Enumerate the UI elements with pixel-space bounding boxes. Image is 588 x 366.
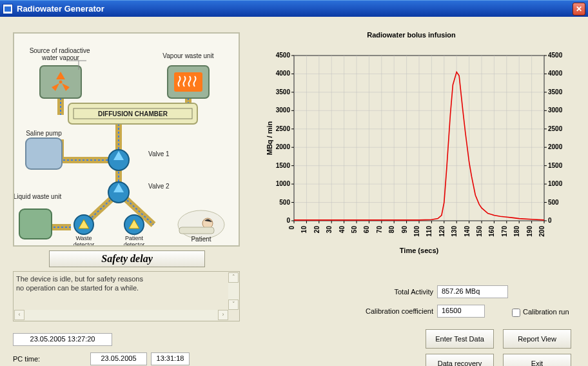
- svg-text:3500: 3500: [548, 88, 563, 96]
- svg-rect-10: [26, 138, 62, 169]
- svg-text:0: 0: [548, 217, 552, 224]
- status-message: The device is idle, but for safety reaso…: [16, 274, 228, 309]
- app-icon: [3, 4, 13, 14]
- calib-coeff-label: Calibration coefficient: [343, 307, 433, 315]
- scroll-left-icon[interactable]: ‹: [14, 310, 24, 320]
- svg-text:40: 40: [338, 226, 346, 234]
- total-activity-label: Total Activity: [356, 288, 433, 296]
- svg-text:90: 90: [401, 226, 408, 234]
- svg-point-1: [59, 81, 63, 84]
- msg-horizontal-scrollbar[interactable]: ‹ ›: [14, 310, 228, 320]
- svg-text:200: 200: [538, 226, 545, 237]
- svg-text:Patientdetector: Patientdetector: [124, 235, 145, 245]
- svg-text:4500: 4500: [276, 52, 291, 59]
- svg-text:Source of radioactive
        : Source of radioactive water vapour: [30, 47, 92, 61]
- svg-text:1000: 1000: [548, 180, 563, 187]
- pc-date-field: 23.05.2005: [90, 352, 147, 365]
- svg-text:Time (secs): Time (secs): [400, 247, 439, 254]
- svg-text:MBq / min: MBq / min: [266, 121, 273, 155]
- calibration-run-checkbox[interactable]: Calibration run: [509, 307, 569, 319]
- enter-test-data-button[interactable]: Enter Test Data: [426, 329, 494, 349]
- report-view-button[interactable]: Report View: [503, 329, 571, 349]
- svg-text:Wastedetector: Wastedetector: [74, 235, 95, 245]
- svg-point-22: [178, 210, 224, 239]
- chart-title: Radiowater bolus infusion: [249, 31, 574, 39]
- svg-text:80: 80: [388, 226, 395, 234]
- svg-text:4000: 4000: [276, 70, 291, 77]
- svg-text:2000: 2000: [548, 143, 563, 150]
- device-time-field: 23.05.2005 13:27:20: [13, 333, 112, 346]
- svg-text:150: 150: [476, 226, 483, 237]
- svg-text:3500: 3500: [276, 88, 291, 96]
- svg-text:3000: 3000: [276, 107, 291, 114]
- svg-text:2500: 2500: [548, 125, 563, 132]
- scroll-up-icon[interactable]: ˄: [228, 272, 239, 283]
- process-diagram: Source of radioactive water vapour Vapou…: [13, 32, 240, 247]
- svg-text:1000: 1000: [276, 180, 291, 187]
- svg-text:180: 180: [513, 226, 520, 237]
- svg-text:Valve 2: Valve 2: [148, 183, 170, 190]
- svg-text:DIFFUSION CHAMBER: DIFFUSION CHAMBER: [98, 110, 168, 117]
- scroll-down-icon[interactable]: ˅: [228, 300, 239, 310]
- svg-rect-24: [179, 227, 214, 234]
- svg-text:500: 500: [279, 199, 290, 206]
- svg-text:60: 60: [363, 226, 370, 234]
- svg-text:2000: 2000: [276, 143, 291, 150]
- svg-text:1500: 1500: [548, 162, 563, 169]
- svg-text:10: 10: [300, 226, 308, 234]
- svg-text:30: 30: [326, 226, 333, 234]
- safety-delay-button[interactable]: Safety delay: [49, 250, 205, 267]
- message-box: The device is idle, but for safety reaso…: [13, 271, 240, 321]
- svg-text:Patient: Patient: [191, 236, 211, 243]
- data-recovery-button[interactable]: Data recovery: [426, 354, 494, 366]
- svg-rect-16: [19, 209, 52, 239]
- svg-text:1500: 1500: [276, 162, 291, 169]
- scroll-right-icon[interactable]: ›: [218, 310, 228, 320]
- svg-text:170: 170: [501, 226, 508, 237]
- svg-text:100: 100: [413, 226, 420, 237]
- pc-time-label: PC time:: [13, 355, 40, 363]
- svg-text:0: 0: [288, 226, 295, 230]
- svg-text:Saline pump: Saline pump: [26, 130, 62, 137]
- pc-time-field: 13:31:18: [151, 352, 190, 365]
- msg-vertical-scrollbar[interactable]: ˄ ˅: [228, 272, 239, 310]
- svg-text:120: 120: [438, 226, 446, 237]
- calib-coeff-field[interactable]: 16500: [437, 305, 485, 318]
- svg-text:130: 130: [451, 226, 458, 237]
- svg-text:20: 20: [313, 226, 320, 234]
- total-activity-field: 857.26 MBq: [437, 285, 508, 298]
- svg-text:160: 160: [488, 226, 495, 237]
- svg-text:190: 190: [526, 226, 533, 237]
- svg-text:3000: 3000: [548, 107, 563, 114]
- title-bar: Radiowater Generator ✕: [0, 0, 588, 17]
- svg-text:0: 0: [286, 217, 290, 224]
- exit-button[interactable]: Exit: [503, 354, 571, 366]
- svg-text:500: 500: [548, 199, 559, 206]
- close-button[interactable]: ✕: [573, 3, 585, 15]
- svg-text:Liquid waste unit: Liquid waste unit: [14, 193, 61, 200]
- svg-text:70: 70: [376, 226, 383, 234]
- svg-text:4500: 4500: [548, 52, 563, 59]
- svg-text:110: 110: [426, 226, 433, 237]
- svg-text:Valve 1: Valve 1: [148, 150, 170, 158]
- svg-text:50: 50: [351, 226, 358, 234]
- svg-text:140: 140: [464, 226, 471, 237]
- svg-text:4000: 4000: [548, 70, 563, 77]
- window-title: Radiowater Generator: [17, 4, 104, 14]
- infusion-chart: 0500100015002000250030003500400045000500…: [264, 50, 567, 257]
- vapour-waste-label: Vapour waste unit: [162, 52, 214, 59]
- svg-text:2500: 2500: [276, 125, 291, 132]
